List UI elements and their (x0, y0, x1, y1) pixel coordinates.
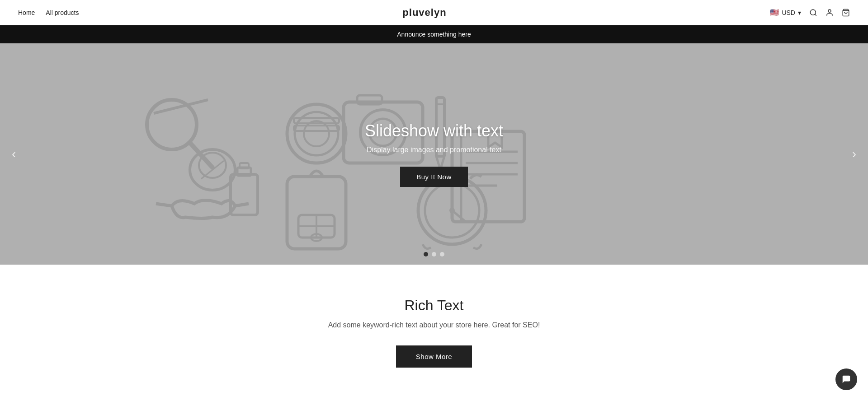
svg-point-2 (828, 9, 831, 12)
announcement-text: Announce something here (397, 31, 471, 38)
rich-text-section: Rich Text Add some keyword-rich text abo… (0, 265, 868, 401)
chat-icon (841, 374, 851, 384)
cart-icon[interactable] (842, 9, 850, 17)
chevron-down-icon: ▾ (798, 9, 801, 16)
slide-dot-3[interactable] (440, 252, 444, 256)
svg-line-5 (190, 143, 212, 168)
svg-line-1 (815, 14, 816, 15)
svg-point-0 (810, 9, 816, 15)
slideshow-content: Slideshow with text Display large images… (365, 121, 503, 187)
chat-bubble-button[interactable] (835, 368, 857, 390)
nav-right: 🇺🇸 USD ▾ (770, 8, 850, 17)
slideshow-dots (424, 252, 444, 256)
slideshow-next-button[interactable]: › (848, 142, 861, 166)
navigation: Home All products pluvelyn 🇺🇸 USD ▾ (0, 0, 868, 25)
nav-all-products-link[interactable]: All products (46, 9, 79, 16)
rich-text-title: Rich Text (18, 297, 850, 314)
search-icon[interactable] (809, 9, 817, 17)
slideshow-subtitle: Display large images and promotional tex… (365, 146, 503, 154)
slide-dot-2[interactable] (432, 252, 436, 256)
rich-text-body: Add some keyword-rich text about your st… (18, 321, 850, 329)
currency-label: USD (782, 9, 795, 16)
account-icon[interactable] (826, 9, 834, 17)
currency-selector[interactable]: 🇺🇸 USD ▾ (770, 8, 801, 17)
announcement-bar: Announce something here (0, 25, 868, 43)
brand-name: pluvelyn (402, 7, 446, 19)
buy-it-now-button[interactable]: Buy It Now (400, 167, 468, 187)
nav-left: Home All products (18, 9, 79, 16)
slideshow-prev-button[interactable]: ‹ (7, 142, 20, 166)
slideshow: ‹ › Slideshow with text Display large im… (0, 43, 868, 265)
slide-dot-1[interactable] (424, 252, 428, 256)
svg-rect-19 (294, 126, 339, 131)
svg-line-11 (235, 204, 249, 206)
flag-icon: 🇺🇸 (770, 8, 779, 17)
svg-point-42 (449, 208, 455, 213)
show-more-button[interactable]: Show More (396, 345, 472, 368)
nav-home-link[interactable]: Home (18, 9, 35, 16)
slideshow-title: Slideshow with text (365, 121, 503, 140)
svg-rect-14 (240, 163, 249, 168)
svg-line-10 (156, 204, 172, 206)
